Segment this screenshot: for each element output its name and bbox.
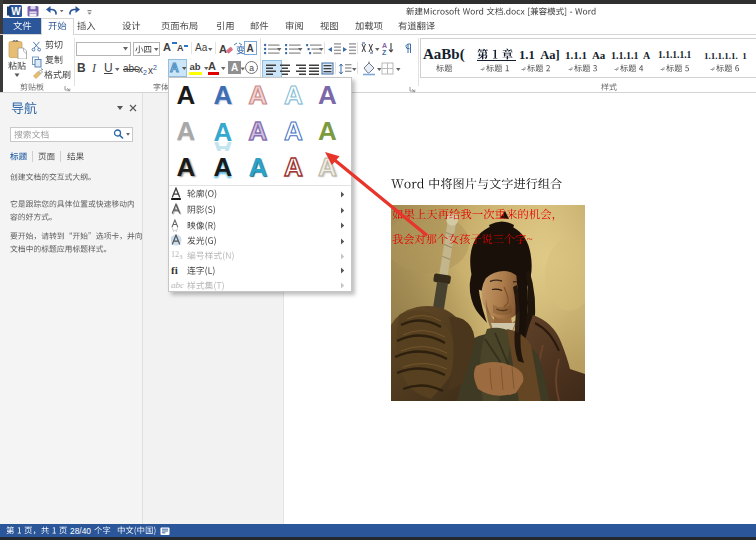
svg-text:12: 12	[171, 250, 179, 259]
svg-text:A: A	[219, 43, 227, 55]
svg-text:A: A	[382, 42, 387, 49]
svg-text:3: 3	[179, 253, 183, 261]
svg-text:A: A	[213, 136, 232, 152]
svg-text:W: W	[11, 6, 21, 17]
svg-text:abc: abc	[171, 280, 184, 290]
svg-text:fi: fi	[171, 264, 178, 276]
svg-text:Z: Z	[382, 49, 387, 56]
